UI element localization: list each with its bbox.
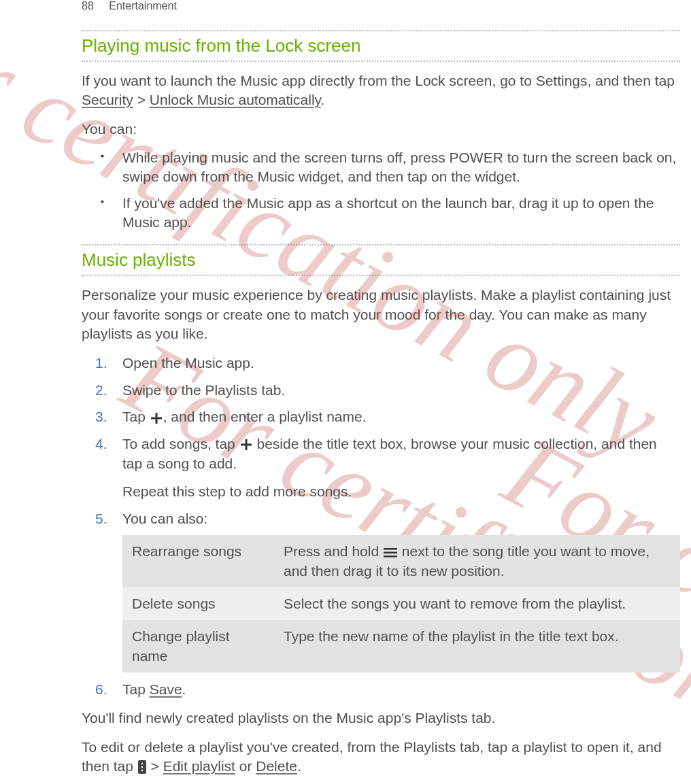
step-number: 6. (95, 679, 107, 699)
paragraph: To edit or delete a playlist you've crea… (82, 738, 680, 777)
text: > (133, 92, 150, 107)
options-table: Rearrange songs Press and hold next to t… (122, 535, 680, 672)
svg-point-8 (141, 763, 143, 765)
table-row: Change playlist name Type the new name o… (122, 620, 680, 672)
separator (82, 244, 680, 245)
section-heading-playlists: Music playlists (82, 250, 680, 271)
text: . (297, 758, 301, 774)
paragraph: If you want to launch the Music app dire… (82, 71, 680, 110)
table-cell-label: Rearrange songs (122, 535, 274, 587)
text: or (235, 758, 256, 774)
text: Press and hold (284, 543, 383, 559)
svg-point-9 (141, 766, 143, 768)
table-cell-desc: Select the songs you want to remove from… (274, 587, 680, 620)
step-number: 2. (95, 380, 107, 400)
svg-point-10 (141, 770, 143, 772)
step-item: 4. To add songs, tap beside the title te… (122, 434, 680, 502)
step-text: To add songs, tap (122, 436, 239, 451)
step-subtext: Repeat this step to add more songs. (122, 481, 680, 501)
page-header: 88 Entertainment (0, 0, 691, 26)
page-number: 88 (82, 0, 94, 12)
bullet-item: If you've added the Music app as a short… (122, 194, 680, 233)
step-text: Tap (122, 409, 150, 424)
separator (82, 30, 680, 31)
step-number: 5. (95, 509, 107, 528)
separator (82, 275, 680, 276)
svg-rect-3 (241, 444, 252, 446)
table-cell-desc: Type the new name of the playlist in the… (274, 620, 680, 672)
paragraph: You can: (82, 120, 680, 139)
bullet-item: While playing music and the screen turns… (122, 148, 680, 187)
table-cell-label: Change playlist name (122, 620, 274, 672)
step-item: 6. Tap Save. (122, 679, 680, 699)
step-number: 3. (95, 407, 107, 426)
step-text: Swipe to the Playlists tab. (122, 382, 285, 398)
step-number: 4. (95, 434, 107, 454)
step-item: 3. Tap , and then enter a playlist name. (122, 407, 680, 426)
menu-item-delete: Delete (256, 758, 297, 774)
menu-path-unlock-music: Unlock Music automatically (150, 92, 321, 107)
overflow-menu-icon (137, 760, 147, 774)
step-item: 5. You can also: Rearrange songs Press a… (122, 509, 680, 672)
text: . (182, 681, 186, 697)
svg-rect-5 (384, 551, 397, 553)
text: If you want to launch the Music app dire… (82, 73, 675, 88)
plus-icon (150, 411, 163, 425)
table-row: Rearrange songs Press and hold next to t… (122, 535, 680, 587)
step-text: Tap (122, 681, 150, 697)
step-text: Open the Music app. (122, 355, 254, 371)
step-text: You can also: (122, 511, 207, 526)
svg-rect-4 (384, 548, 397, 550)
separator (82, 61, 680, 62)
text: > (147, 758, 163, 774)
svg-rect-1 (151, 417, 162, 419)
paragraph: Personalize your music experience by cre… (82, 286, 680, 343)
text: . (321, 92, 325, 107)
table-cell-desc: Press and hold next to the song title yo… (274, 535, 680, 587)
paragraph: You'll find newly created playlists on t… (82, 709, 680, 728)
action-save: Save (150, 681, 182, 697)
drag-handle-icon (383, 547, 398, 559)
menu-item-edit-playlist: Edit playlist (163, 758, 235, 774)
plus-icon (239, 438, 253, 451)
step-number: 1. (95, 353, 107, 373)
section-heading-lock-screen: Playing music from the Lock screen (82, 35, 680, 56)
chapter-title: Entertainment (109, 0, 177, 12)
step-item: 1. Open the Music app. (122, 353, 680, 373)
table-row: Delete songs Select the songs you want t… (122, 587, 680, 620)
svg-rect-6 (384, 556, 397, 558)
menu-path-security: Security (82, 92, 133, 107)
table-cell-label: Delete songs (122, 587, 274, 620)
step-text: , and then enter a playlist name. (163, 409, 367, 424)
step-item: 2. Swipe to the Playlists tab. (122, 380, 680, 400)
